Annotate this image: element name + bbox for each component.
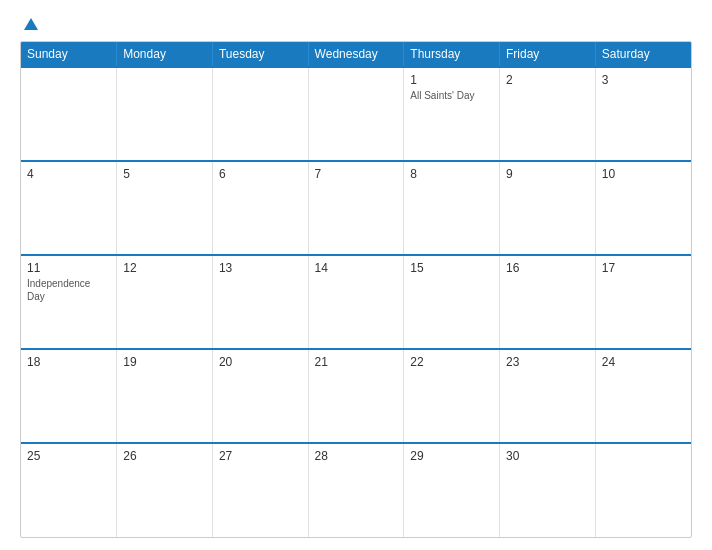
- calendar-cell: 2: [500, 67, 596, 161]
- weekday-header-sunday: Sunday: [21, 42, 117, 67]
- weekday-header-tuesday: Tuesday: [212, 42, 308, 67]
- calendar-cell: 14: [308, 255, 404, 349]
- calendar-cell: 5: [117, 161, 213, 255]
- logo: [20, 18, 38, 31]
- day-number: 4: [27, 167, 110, 181]
- weekday-header-thursday: Thursday: [404, 42, 500, 67]
- weekday-header-wednesday: Wednesday: [308, 42, 404, 67]
- calendar-cell: 12: [117, 255, 213, 349]
- calendar-cell: 3: [595, 67, 691, 161]
- day-number: 19: [123, 355, 206, 369]
- day-number: 30: [506, 449, 589, 463]
- day-number: 3: [602, 73, 685, 87]
- weekday-header-monday: Monday: [117, 42, 213, 67]
- day-number: 27: [219, 449, 302, 463]
- day-event: All Saints' Day: [410, 89, 493, 102]
- weekday-header-friday: Friday: [500, 42, 596, 67]
- day-number: 6: [219, 167, 302, 181]
- day-number: 25: [27, 449, 110, 463]
- day-number: 15: [410, 261, 493, 275]
- calendar-cell: 11Independence Day: [21, 255, 117, 349]
- day-number: 17: [602, 261, 685, 275]
- page: SundayMondayTuesdayWednesdayThursdayFrid…: [0, 0, 712, 550]
- week-row-4: 18192021222324: [21, 349, 691, 443]
- calendar: SundayMondayTuesdayWednesdayThursdayFrid…: [20, 41, 692, 538]
- day-number: 13: [219, 261, 302, 275]
- day-number: 21: [315, 355, 398, 369]
- day-number: 10: [602, 167, 685, 181]
- calendar-cell: 4: [21, 161, 117, 255]
- calendar-cell: 21: [308, 349, 404, 443]
- calendar-cell: [308, 67, 404, 161]
- calendar-table: SundayMondayTuesdayWednesdayThursdayFrid…: [21, 42, 691, 537]
- calendar-cell: [595, 443, 691, 537]
- calendar-cell: 16: [500, 255, 596, 349]
- calendar-cell: 25: [21, 443, 117, 537]
- day-number: 29: [410, 449, 493, 463]
- logo-triangle-icon: [24, 18, 38, 30]
- day-number: 5: [123, 167, 206, 181]
- calendar-cell: 26: [117, 443, 213, 537]
- weekday-header-row: SundayMondayTuesdayWednesdayThursdayFrid…: [21, 42, 691, 67]
- day-number: 2: [506, 73, 589, 87]
- day-number: 12: [123, 261, 206, 275]
- calendar-cell: 23: [500, 349, 596, 443]
- week-row-3: 11Independence Day121314151617: [21, 255, 691, 349]
- weekday-header-saturday: Saturday: [595, 42, 691, 67]
- day-number: 16: [506, 261, 589, 275]
- week-row-5: 252627282930: [21, 443, 691, 537]
- calendar-cell: [21, 67, 117, 161]
- calendar-cell: 1All Saints' Day: [404, 67, 500, 161]
- day-number: 9: [506, 167, 589, 181]
- calendar-cell: 29: [404, 443, 500, 537]
- week-row-1: 1All Saints' Day23: [21, 67, 691, 161]
- calendar-cell: 28: [308, 443, 404, 537]
- day-number: 8: [410, 167, 493, 181]
- day-number: 24: [602, 355, 685, 369]
- day-number: 18: [27, 355, 110, 369]
- calendar-cell: 24: [595, 349, 691, 443]
- calendar-cell: 7: [308, 161, 404, 255]
- calendar-cell: 10: [595, 161, 691, 255]
- day-event: Independence Day: [27, 277, 110, 303]
- calendar-cell: 9: [500, 161, 596, 255]
- calendar-cell: [212, 67, 308, 161]
- day-number: 22: [410, 355, 493, 369]
- week-row-2: 45678910: [21, 161, 691, 255]
- calendar-cell: 13: [212, 255, 308, 349]
- day-number: 7: [315, 167, 398, 181]
- calendar-cell: 19: [117, 349, 213, 443]
- calendar-body: 1All Saints' Day234567891011Independence…: [21, 67, 691, 537]
- calendar-cell: [117, 67, 213, 161]
- calendar-cell: 6: [212, 161, 308, 255]
- day-number: 20: [219, 355, 302, 369]
- calendar-header: SundayMondayTuesdayWednesdayThursdayFrid…: [21, 42, 691, 67]
- calendar-cell: 27: [212, 443, 308, 537]
- day-number: 11: [27, 261, 110, 275]
- day-number: 23: [506, 355, 589, 369]
- calendar-cell: 22: [404, 349, 500, 443]
- header: [20, 18, 692, 31]
- calendar-cell: 18: [21, 349, 117, 443]
- calendar-cell: 8: [404, 161, 500, 255]
- calendar-cell: 15: [404, 255, 500, 349]
- day-number: 14: [315, 261, 398, 275]
- calendar-cell: 20: [212, 349, 308, 443]
- day-number: 1: [410, 73, 493, 87]
- day-number: 28: [315, 449, 398, 463]
- day-number: 26: [123, 449, 206, 463]
- calendar-cell: 17: [595, 255, 691, 349]
- calendar-cell: 30: [500, 443, 596, 537]
